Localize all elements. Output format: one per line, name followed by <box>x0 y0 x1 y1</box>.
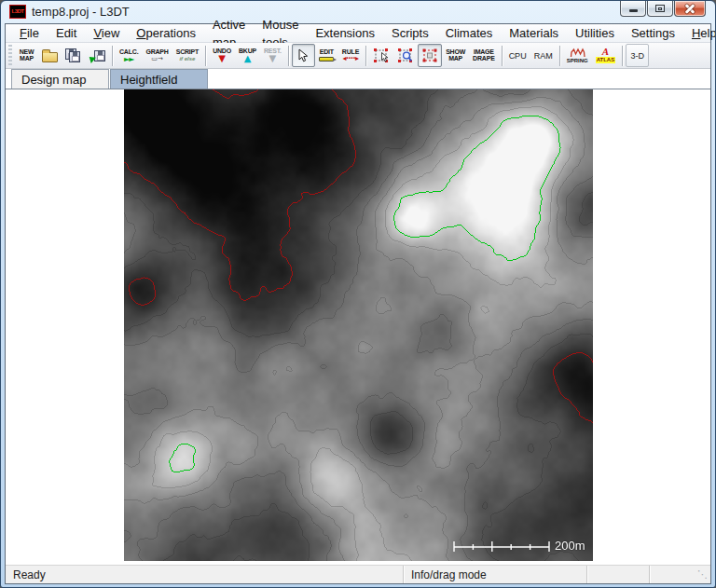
toolbar: NEWMAPCALC.►►GRAPH▭→SCRIPTif elseUNDO▼BK… <box>6 43 710 69</box>
resize-grip[interactable]: ⋱ <box>697 569 708 580</box>
script-label: SCRIPT <box>176 49 199 55</box>
status-message: Ready <box>6 566 404 583</box>
save-all-button[interactable] <box>62 44 85 67</box>
undo-button[interactable]: UNDO▼ <box>209 44 235 67</box>
title-bar[interactable]: L3DT temp8.proj - L3DT <box>5 1 711 23</box>
open-button[interactable] <box>38 44 62 67</box>
rule-label: ◂····▸ <box>342 56 358 62</box>
toolbar-separator <box>365 46 366 66</box>
rest-label: ▼ <box>269 55 277 62</box>
three-d-button[interactable]: 3-D <box>626 44 649 67</box>
edit-label: EDIT <box>320 49 334 55</box>
marquee-pointer-icon <box>373 48 390 63</box>
close-button[interactable] <box>674 1 706 17</box>
window-title: temp8.proj - L3DT <box>32 5 130 19</box>
ram-button[interactable]: RAM <box>530 44 557 67</box>
window-controls <box>620 1 706 17</box>
toolbar-separator <box>288 46 289 66</box>
save-icon <box>89 49 105 62</box>
show-map-button[interactable]: SHOWMAP <box>442 44 469 67</box>
save-button[interactable] <box>85 44 109 67</box>
scale-bar-ruler <box>453 540 550 552</box>
map-view-area: 200m <box>6 89 710 565</box>
toolbar-grip[interactable] <box>8 45 12 66</box>
graph-label: GRAPH <box>145 49 168 55</box>
cursor-icon <box>297 48 309 62</box>
close-icon <box>684 4 695 14</box>
cpu-label: CPU <box>509 51 527 61</box>
menu-operations[interactable]: Operations <box>128 24 204 42</box>
scale-bar: 200m <box>453 539 585 553</box>
spring-button[interactable]: SPRING <box>563 44 592 67</box>
status-mode: Info/drag mode <box>404 566 587 583</box>
menu-scripts[interactable]: Scripts <box>383 24 437 42</box>
menu-file[interactable]: File <box>11 24 48 42</box>
new-map-button[interactable]: NEWMAP <box>15 44 38 67</box>
heightfield-canvas[interactable] <box>124 89 593 561</box>
calc-button[interactable]: CALC.►► <box>116 44 142 67</box>
menu-extensions[interactable]: Extensions <box>307 24 383 42</box>
undo-label: ▼ <box>218 55 226 62</box>
atlas-label: ATLAS <box>596 57 616 63</box>
graph-button[interactable]: GRAPH▭→ <box>142 44 172 67</box>
image-drape-label: DRAPE <box>473 56 495 62</box>
bkup-button[interactable]: BKUP▲ <box>235 44 260 67</box>
rule-button[interactable]: RULE◂····▸ <box>338 44 363 67</box>
image-drape-button[interactable]: IMAGEDRAPE <box>469 44 499 67</box>
show-map-label: MAP <box>448 56 462 62</box>
menu-materials[interactable]: Materials <box>501 24 567 42</box>
bkup-label: ▲ <box>244 55 252 62</box>
toolbar-separator <box>502 46 503 66</box>
menu-help[interactable]: Help <box>683 24 716 42</box>
folder-icon <box>42 52 58 62</box>
minimize-button[interactable] <box>620 1 646 17</box>
tab-design-map[interactable]: Design map <box>11 69 109 89</box>
tab-strip: Design map Heightfield <box>6 69 710 89</box>
select-region-button[interactable] <box>418 44 442 67</box>
app-icon: L3DT <box>9 5 26 19</box>
app-frame: FileEditViewOperationsActive mapMouse to… <box>5 23 711 584</box>
toolbar-separator <box>559 46 560 66</box>
three-d-label: 3-D <box>630 51 644 61</box>
maximize-button[interactable] <box>647 1 673 17</box>
marquee-red-icon <box>421 48 438 63</box>
pencil-icon <box>319 57 334 62</box>
toolbar-separator <box>205 46 206 66</box>
menu-climates[interactable]: Climates <box>437 24 502 42</box>
maximize-icon <box>655 5 665 12</box>
tab-heightfield[interactable]: Heightfield <box>110 69 208 89</box>
script-label: if else <box>179 56 195 62</box>
calc-label: CALC. <box>119 49 138 55</box>
menu-bar: FileEditViewOperationsActive mapMouse to… <box>6 24 710 43</box>
graph-label: ▭→ <box>151 56 162 62</box>
status-pane-grip: ⋱ <box>650 566 710 583</box>
menu-settings[interactable]: Settings <box>623 24 683 42</box>
minimize-icon <box>629 9 638 12</box>
spring-label: SPRING <box>567 59 588 63</box>
status-bar: Ready Info/drag mode ⋱ <box>6 565 710 583</box>
heightfield-map: 200m <box>124 89 593 561</box>
script-button[interactable]: SCRIPTif else <box>172 44 202 67</box>
pointer-button[interactable] <box>292 44 315 67</box>
atlas-icon: A <box>602 48 609 56</box>
menu-utilities[interactable]: Utilities <box>567 24 623 42</box>
scale-bar-label: 200m <box>555 539 585 553</box>
status-pane-extra <box>587 566 650 583</box>
cpu-button[interactable]: CPU <box>505 44 530 67</box>
ram-label: RAM <box>534 51 553 61</box>
select-pointer-button[interactable] <box>369 44 393 67</box>
edit-button[interactable]: EDIT <box>315 44 338 67</box>
spring-icon <box>570 48 585 58</box>
menu-view[interactable]: View <box>85 24 128 42</box>
marquee-zoom-icon <box>397 48 414 63</box>
app-window: L3DT temp8.proj - L3DT FileEditViewOpera… <box>0 0 716 588</box>
calc-label: ►► <box>124 56 133 62</box>
save-all-icon <box>65 48 81 63</box>
rest-button: REST.▼ <box>260 44 285 67</box>
new-map-label: MAP <box>20 56 34 62</box>
menu-edit[interactable]: Edit <box>48 24 85 42</box>
toolbar-separator <box>622 46 623 66</box>
atlas-button[interactable]: AATLAS <box>592 44 620 67</box>
toolbar-separator <box>112 46 113 66</box>
select-zoom-button[interactable] <box>393 44 418 67</box>
